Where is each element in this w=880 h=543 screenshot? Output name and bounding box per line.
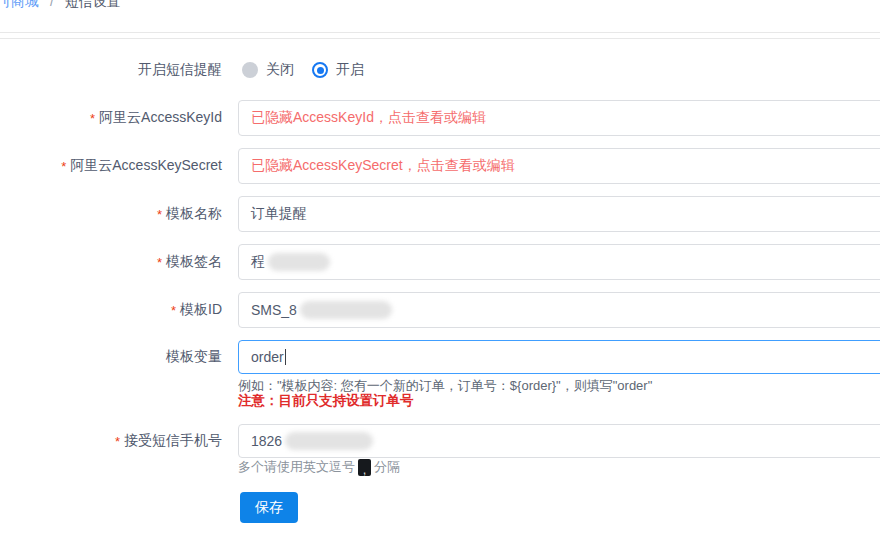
breadcrumb-clipped-text: 刂 bbox=[0, 0, 11, 11]
template-sign-value: 程 bbox=[251, 253, 265, 271]
access-key-id-label: * 阿里云AccessKeyId bbox=[0, 100, 222, 136]
template-sign-label-text: 模板签名 bbox=[166, 253, 222, 271]
row-template-sign: * 模板签名 程 bbox=[0, 244, 880, 280]
required-asterisk: * bbox=[115, 434, 120, 449]
row-phone: * 接受短信手机号 1826 bbox=[0, 424, 880, 458]
template-sign-input[interactable]: 程 bbox=[238, 244, 880, 280]
radio-on-label: 开启 bbox=[336, 61, 364, 79]
template-id-label-text: 模板ID bbox=[180, 301, 222, 319]
row-template-id: * 模板ID SMS_8 bbox=[0, 292, 880, 328]
card-divider-top bbox=[0, 32, 880, 33]
phone-label: * 接受短信手机号 bbox=[0, 424, 222, 458]
access-key-secret-label: * 阿里云AccessKeySecret bbox=[0, 148, 222, 184]
phone-label-text: 接受短信手机号 bbox=[124, 432, 222, 450]
template-var-input[interactable]: order bbox=[238, 340, 880, 374]
access-key-id-label-text: 阿里云AccessKeyId bbox=[99, 109, 222, 127]
template-var-value: order bbox=[251, 349, 284, 365]
required-asterisk: * bbox=[90, 111, 95, 126]
template-var-label-text: 模板变量 bbox=[166, 348, 222, 366]
breadcrumb-link-mall[interactable]: 商城 bbox=[11, 0, 39, 9]
redacted-blur bbox=[285, 432, 373, 450]
template-id-value: SMS_8 bbox=[251, 302, 297, 318]
template-sign-label: * 模板签名 bbox=[0, 244, 222, 280]
breadcrumb: 刂商城 / 短信设置 bbox=[3, 0, 121, 11]
radio-option-off[interactable]: 关闭 bbox=[242, 61, 294, 79]
phone-hint-suffix: 分隔 bbox=[374, 458, 400, 476]
phone-input[interactable]: 1826 bbox=[238, 424, 880, 458]
sms-toggle-radio-group: 关闭 开启 bbox=[238, 55, 880, 85]
row-template-var: 模板变量 order bbox=[0, 340, 880, 374]
access-key-id-input[interactable]: 已隐藏AccessKeyId，点击查看或编辑 bbox=[238, 100, 880, 136]
breadcrumb-separator: / bbox=[50, 0, 54, 9]
template-name-value: 订单提醒 bbox=[251, 205, 307, 223]
access-key-secret-hidden-text: 已隐藏AccessKeySecret，点击查看或编辑 bbox=[251, 157, 515, 175]
template-name-input[interactable]: 订单提醒 bbox=[238, 196, 880, 232]
template-var-label: 模板变量 bbox=[0, 340, 222, 374]
breadcrumb-current: 短信设置 bbox=[65, 0, 121, 9]
template-name-label: * 模板名称 bbox=[0, 196, 222, 232]
phone-hint-prefix: 多个请使用英文逗号 bbox=[238, 458, 355, 476]
row-sms-toggle: 开启短信提醒 关闭 开启 bbox=[0, 55, 880, 85]
row-access-key-id: * 阿里云AccessKeyId 已隐藏AccessKeyId，点击查看或编辑 bbox=[0, 100, 880, 136]
template-name-label-text: 模板名称 bbox=[166, 205, 222, 223]
required-asterisk: * bbox=[157, 255, 162, 270]
text-caret bbox=[285, 349, 286, 365]
access-key-secret-label-text: 阿里云AccessKeySecret bbox=[70, 157, 222, 175]
required-asterisk: * bbox=[157, 207, 162, 222]
phone-hint: 多个请使用英文逗号 , 分隔 bbox=[238, 458, 400, 476]
sms-toggle-label-text: 开启短信提醒 bbox=[138, 61, 222, 79]
access-key-id-hidden-text: 已隐藏AccessKeyId，点击查看或编辑 bbox=[251, 109, 486, 127]
redacted-blur bbox=[268, 253, 330, 271]
radio-on-icon[interactable] bbox=[312, 62, 328, 78]
template-var-note: 注意：目前只支持设置订单号 bbox=[238, 392, 414, 410]
required-asterisk: * bbox=[171, 303, 176, 318]
row-access-key-secret: * 阿里云AccessKeySecret 已隐藏AccessKeySecret，… bbox=[0, 148, 880, 184]
row-template-name: * 模板名称 订单提醒 bbox=[0, 196, 880, 232]
access-key-secret-input[interactable]: 已隐藏AccessKeySecret，点击查看或编辑 bbox=[238, 148, 880, 184]
save-button[interactable]: 保存 bbox=[240, 492, 298, 523]
required-asterisk: * bbox=[61, 159, 66, 174]
card-divider-bottom bbox=[0, 38, 880, 39]
sms-toggle-label: 开启短信提醒 bbox=[0, 55, 222, 85]
radio-off-label: 关闭 bbox=[266, 61, 294, 79]
radio-option-on[interactable]: 开启 bbox=[312, 61, 364, 79]
phone-value: 1826 bbox=[251, 433, 282, 449]
sms-settings-page: 刂商城 / 短信设置 开启短信提醒 关闭 开启 * 阿里云A bbox=[0, 0, 880, 543]
radio-off-icon[interactable] bbox=[242, 62, 258, 78]
template-id-label: * 模板ID bbox=[0, 292, 222, 328]
comma-badge: , bbox=[358, 459, 371, 476]
redacted-blur bbox=[300, 301, 392, 319]
template-id-input[interactable]: SMS_8 bbox=[238, 292, 880, 328]
